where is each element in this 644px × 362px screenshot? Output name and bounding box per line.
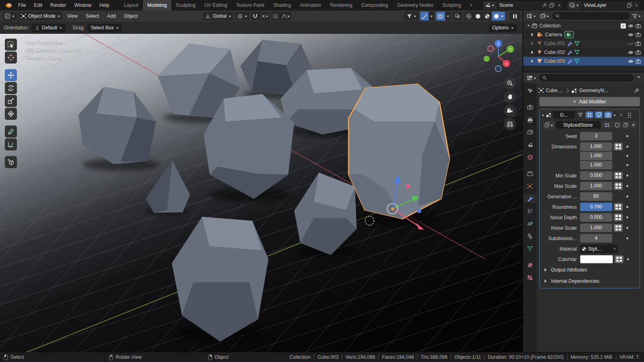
add-modifier-button[interactable]: + Add Modifier: [539, 97, 640, 106]
viewport-menu-object[interactable]: Object: [121, 13, 141, 19]
material-selector[interactable]: Styli... ×: [580, 245, 618, 253]
viewport-menu-view[interactable]: View: [64, 13, 81, 19]
modifier-name-field[interactable]: G...: [553, 111, 575, 119]
internal-dependencies-panel[interactable]: Internal Dependencies: [540, 276, 640, 286]
navigation-gizmo[interactable]: Z Y X: [480, 38, 517, 75]
viewlayer-name[interactable]: ViewLayer: [581, 2, 626, 8]
outliner-row-camera[interactable]: Camera: [523, 30, 644, 39]
delete-modifier-icon[interactable]: ×: [617, 112, 625, 118]
shading-rendered-button[interactable]: [492, 12, 505, 21]
pivot-point-dropdown[interactable]: [235, 12, 250, 21]
tab-uv-editing[interactable]: UV Editing: [200, 0, 232, 10]
viewlayer-browse-button[interactable]: [568, 1, 581, 10]
properties-search-input[interactable]: [549, 75, 631, 81]
properties-options-chevron[interactable]: [638, 76, 640, 79]
menu-help[interactable]: Help: [96, 2, 113, 8]
seed-field[interactable]: 3: [580, 132, 612, 140]
menu-edit[interactable]: Edit: [30, 2, 46, 8]
outliner-search[interactable]: [552, 12, 630, 20]
tab-collection[interactable]: [525, 169, 535, 178]
editor-type-button[interactable]: [2, 12, 17, 21]
expand-icon[interactable]: [527, 25, 530, 28]
tab-sculpting[interactable]: Sculpting: [171, 0, 200, 10]
extras-grid-icon[interactable]: [614, 172, 623, 179]
tab-output[interactable]: [525, 115, 535, 124]
tab-scripting[interactable]: Scripting: [438, 0, 466, 10]
animate-dot[interactable]: [626, 206, 628, 208]
object-type-visibility-dropdown[interactable]: [405, 12, 419, 21]
scale-tool[interactable]: [5, 95, 17, 107]
properties-editor-type-button[interactable]: [526, 74, 537, 82]
snap-with-dropdown[interactable]: [259, 12, 270, 21]
viewport-canvas[interactable]: User Perspective (62) Collection | Cube.…: [0, 34, 522, 353]
dimensions-x-field[interactable]: 1.000: [580, 142, 612, 151]
zoom-button[interactable]: [504, 77, 516, 89]
dimensions-z-field[interactable]: 1.000: [580, 161, 612, 169]
transform-orientation-dropdown[interactable]: Global: [203, 12, 233, 21]
shading-solid-button[interactable]: [473, 12, 483, 21]
animate-dot[interactable]: [626, 146, 628, 148]
modifier-header[interactable]: G...: [540, 109, 640, 120]
gizmo-dropdown[interactable]: [429, 12, 434, 21]
shading-material-button[interactable]: [483, 12, 492, 21]
pin-icon[interactable]: [541, 1, 549, 10]
properties-search[interactable]: [539, 74, 634, 82]
animate-dot[interactable]: [626, 216, 628, 218]
expand-icon[interactable]: [531, 42, 535, 45]
noise-scale-field[interactable]: 1.000: [580, 224, 612, 232]
tab-shading[interactable]: Shading: [269, 0, 295, 10]
extras-grid-icon[interactable]: [614, 214, 623, 221]
outliner-row-cube003-selected[interactable]: Cube.003: [523, 57, 644, 66]
collection-checkbox[interactable]: ✓: [621, 23, 626, 29]
disable-render-icon[interactable]: [636, 41, 641, 46]
tab-modifiers[interactable]: [523, 194, 537, 203]
roundness-field[interactable]: 0.700: [580, 203, 612, 211]
remove-viewlayer-icon[interactable]: ×: [633, 2, 640, 8]
tab-render[interactable]: [525, 103, 535, 112]
pan-button[interactable]: [504, 91, 516, 103]
show-on-cage-toggle[interactable]: [576, 111, 584, 118]
annotate-tool[interactable]: [5, 125, 17, 138]
add-cube-tool[interactable]: [5, 156, 17, 168]
outliner-display-mode-button[interactable]: [539, 12, 550, 21]
transform-tool[interactable]: [5, 108, 17, 120]
tab-texture[interactable]: [525, 273, 535, 282]
outliner-row-cube002[interactable]: Cube.002: [523, 48, 644, 57]
max-scale-field[interactable]: 1.000: [580, 182, 612, 190]
animate-dot[interactable]: [626, 237, 628, 239]
gizmo-plane-handle[interactable]: [412, 196, 416, 200]
animate-dot[interactable]: [626, 185, 628, 187]
show-gizmo-toggle[interactable]: [420, 12, 429, 21]
xray-toggle[interactable]: [452, 12, 462, 21]
expand-icon[interactable]: [531, 60, 535, 63]
breadcrumb-object[interactable]: Cube....: [546, 88, 563, 93]
show-in-render-toggle[interactable]: [604, 111, 612, 118]
viewport-menu-add[interactable]: Add: [104, 13, 119, 19]
snap-toggle[interactable]: [251, 12, 259, 21]
animate-dot[interactable]: [626, 155, 628, 157]
menu-file[interactable]: File: [14, 2, 29, 8]
tab-texture-paint[interactable]: Texture Paint: [232, 0, 269, 10]
menu-render[interactable]: Render: [47, 2, 70, 8]
hide-eye-icon[interactable]: [628, 33, 634, 37]
tab-tool[interactable]: [525, 86, 535, 95]
hide-eye-icon[interactable]: [628, 51, 634, 54]
outliner-editor-type-button[interactable]: [526, 12, 537, 21]
tab-scene[interactable]: [525, 140, 535, 149]
object-name[interactable]: Cube.002: [544, 49, 565, 55]
hide-eye-icon[interactable]: [628, 24, 634, 28]
overlays-dropdown[interactable]: [445, 12, 451, 21]
rotate-tool[interactable]: [5, 82, 17, 94]
new-scene-icon[interactable]: [548, 1, 555, 10]
modifier-extras-chevron[interactable]: [613, 115, 616, 117]
tab-material[interactable]: [525, 261, 535, 269]
tab-object-data[interactable]: [525, 244, 535, 253]
animate-dot[interactable]: [626, 227, 628, 229]
duplicate-node-group-button[interactable]: [622, 121, 630, 129]
select-box-tool[interactable]: [5, 39, 17, 51]
hidden-eye-closed-icon[interactable]: [628, 43, 634, 45]
shading-wireframe-button[interactable]: [464, 12, 473, 21]
camera-view-button[interactable]: [504, 105, 516, 117]
show-overlays-toggle[interactable]: [436, 12, 445, 21]
pin-icon[interactable]: [634, 88, 639, 93]
